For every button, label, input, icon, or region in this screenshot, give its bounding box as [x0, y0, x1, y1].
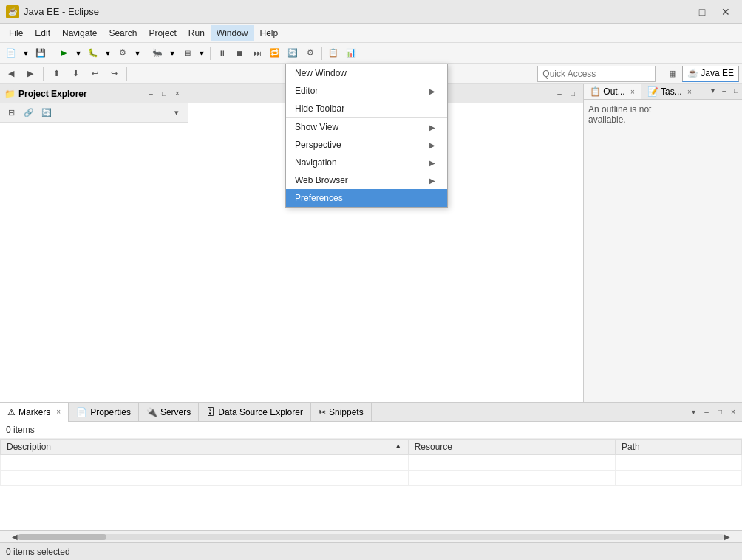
- panel-maximize-btn[interactable]: □: [158, 88, 170, 100]
- menu-window[interactable]: Window: [211, 25, 254, 41]
- tab-snippets[interactable]: ✂ Snippets: [311, 403, 372, 422]
- toolbar-ext-btn[interactable]: ⚙: [115, 45, 131, 61]
- menu-project[interactable]: Project: [143, 25, 182, 41]
- project-explorer-content: [0, 123, 188, 402]
- scrollbar-track[interactable]: [18, 534, 724, 540]
- menu-preferences[interactable]: Preferences: [286, 189, 447, 207]
- title-bar: ☕ Java EE - Eclipse – □ ✕: [0, 0, 742, 24]
- quick-access-input[interactable]: [537, 66, 656, 82]
- panel-minimize-btn[interactable]: –: [145, 88, 157, 100]
- menu-perspective[interactable]: Perspective ▶: [286, 136, 447, 154]
- tab-outline[interactable]: 📋 Out... ×: [584, 84, 641, 99]
- bottom-minimize-btn[interactable]: –: [701, 406, 712, 418]
- right-panel-menu-btn[interactable]: ▾: [707, 84, 718, 96]
- tab-properties[interactable]: 📄 Properties: [69, 403, 139, 422]
- panel-close-btn[interactable]: ×: [171, 88, 183, 100]
- right-panel-minimize-btn[interactable]: –: [718, 84, 730, 96]
- menu-run[interactable]: Run: [183, 25, 211, 41]
- items-count: 0 items: [0, 422, 742, 439]
- show-view-submenu-arrow: ▶: [429, 123, 435, 132]
- snippets-label: Snippets: [329, 407, 364, 417]
- col-path[interactable]: Path: [616, 440, 742, 455]
- menu-web-browser[interactable]: Web Browser ▶: [286, 171, 447, 189]
- menu-search[interactable]: Search: [103, 25, 143, 41]
- toolbar-server-dropdown[interactable]: ▾: [197, 45, 207, 61]
- toolbar-more6[interactable]: ⚙: [302, 45, 319, 61]
- tab-tasks[interactable]: 📝 Tas... ×: [641, 84, 698, 99]
- bottom-close-btn[interactable]: ×: [727, 406, 739, 418]
- menu-hide-toolbar[interactable]: Hide Toolbar: [286, 100, 447, 117]
- toolbar-more1[interactable]: ⏸: [214, 45, 230, 61]
- toolbar-more2[interactable]: ⏹: [231, 45, 248, 61]
- menu-navigation[interactable]: Navigation ▶: [286, 154, 447, 171]
- center-minimize-btn[interactable]: –: [554, 88, 565, 100]
- toolbar-next-btn[interactable]: ↪: [106, 66, 122, 82]
- sync-btn[interactable]: 🔄: [38, 105, 55, 121]
- toolbar-new-btn[interactable]: 📄: [3, 45, 19, 61]
- toolbar-run-dropdown[interactable]: ▾: [73, 45, 84, 61]
- minimize-button[interactable]: –: [668, 3, 689, 21]
- toolbar-back-btn[interactable]: ◀: [3, 66, 19, 82]
- col-resource[interactable]: Resource: [408, 440, 615, 455]
- toolbar-new-dropdown[interactable]: ▾: [21, 45, 31, 61]
- status-bar: 0 items selected: [0, 542, 742, 560]
- horizontal-scrollbar[interactable]: ◀ ▶: [0, 530, 742, 542]
- toolbar-forward-btn[interactable]: ▶: [22, 66, 38, 82]
- toolbar-more4[interactable]: 🔁: [267, 45, 283, 61]
- toolbar-debug-dropdown[interactable]: ▾: [103, 45, 113, 61]
- markers-close-btn[interactable]: ×: [56, 408, 61, 416]
- menu-show-view[interactable]: Show View ▶: [286, 117, 447, 136]
- toolbar-row1: 📄 ▾ 💾 ▶ ▾ 🐛 ▾ ⚙ ▾ 🐜 ▾ 🖥 ▾ ⏸ ⏹ ⏭ 🔁 🔄 ⚙ 📋 …: [0, 43, 742, 64]
- toolbar-sep5: [43, 67, 44, 81]
- toolbar-more5[interactable]: 🔄: [285, 45, 301, 61]
- toolbar-ext-dropdown[interactable]: ▾: [132, 45, 143, 61]
- bottom-panel-menu-btn[interactable]: ▾: [687, 406, 699, 418]
- center-maximize-btn[interactable]: □: [567, 88, 579, 100]
- link-btn[interactable]: 🔗: [21, 105, 37, 121]
- scrollbar-thumb[interactable]: [18, 534, 106, 540]
- maximize-button[interactable]: □: [692, 3, 712, 21]
- menu-editor[interactable]: Editor ▶: [286, 82, 447, 100]
- scroll-left-btn[interactable]: ◀: [12, 533, 18, 541]
- toolbar-more8[interactable]: 📊: [343, 45, 359, 61]
- scroll-right-btn[interactable]: ▶: [724, 533, 730, 541]
- toolbar-server-btn[interactable]: 🖥: [179, 45, 195, 61]
- toolbar-debug-btn[interactable]: 🐛: [85, 45, 101, 61]
- properties-icon: 📄: [76, 407, 87, 417]
- toolbar-ant-dropdown[interactable]: ▾: [167, 45, 177, 61]
- col-description[interactable]: Description ▲: [1, 440, 409, 455]
- menu-bar: File Edit Navigate Search Project Run Wi…: [0, 24, 742, 43]
- toolbar-save-btn[interactable]: 💾: [33, 45, 49, 61]
- table-row-empty2: [1, 471, 742, 486]
- view-menu-btn[interactable]: ▾: [169, 105, 185, 121]
- toolbar-last-btn[interactable]: ↩: [86, 66, 103, 82]
- tab-servers[interactable]: 🔌 Servers: [139, 403, 199, 422]
- menu-new-window[interactable]: New Window: [286, 64, 447, 82]
- right-panel-maximize-btn[interactable]: □: [730, 84, 742, 96]
- panel-controls: – □ ×: [145, 88, 183, 100]
- bottom-maximize-btn[interactable]: □: [714, 406, 726, 418]
- menu-file[interactable]: File: [3, 25, 29, 41]
- menu-edit[interactable]: Edit: [29, 25, 56, 41]
- window-dropdown-menu: New Window Editor ▶ Hide Toolbar Show Vi…: [285, 64, 448, 208]
- toolbar-more3[interactable]: ⏭: [249, 45, 265, 61]
- menu-navigate[interactable]: Navigate: [56, 25, 103, 41]
- bottom-panel: ⚠ Markers × 📄 Properties 🔌 Servers 🗄 Dat…: [0, 402, 742, 542]
- perspective-grid-btn[interactable]: ▦: [664, 66, 681, 82]
- toolbar-more7[interactable]: 📋: [325, 45, 341, 61]
- toolbar-up-btn[interactable]: ⬆: [48, 66, 64, 82]
- bottom-panel-controls: ▾ – □ ×: [687, 406, 742, 418]
- toolbar-run-btn[interactable]: ▶: [55, 45, 72, 61]
- outline-close-btn[interactable]: ×: [630, 88, 635, 96]
- close-button[interactable]: ✕: [715, 3, 736, 21]
- servers-label: Servers: [160, 407, 191, 417]
- toolbar-ant-btn[interactable]: 🐜: [149, 45, 166, 61]
- menu-help[interactable]: Help: [254, 25, 285, 41]
- tab-datasource[interactable]: 🗄 Data Source Explorer: [199, 403, 311, 422]
- datasource-label: Data Source Explorer: [218, 407, 303, 417]
- tab-markers[interactable]: ⚠ Markers ×: [0, 403, 69, 422]
- perspective-javaee-btn[interactable]: ☕ Java EE: [682, 66, 739, 82]
- toolbar-down-btn[interactable]: ⬇: [67, 66, 84, 82]
- tasks-close-btn[interactable]: ×: [687, 88, 692, 96]
- collapse-all-btn[interactable]: ⊟: [3, 105, 19, 121]
